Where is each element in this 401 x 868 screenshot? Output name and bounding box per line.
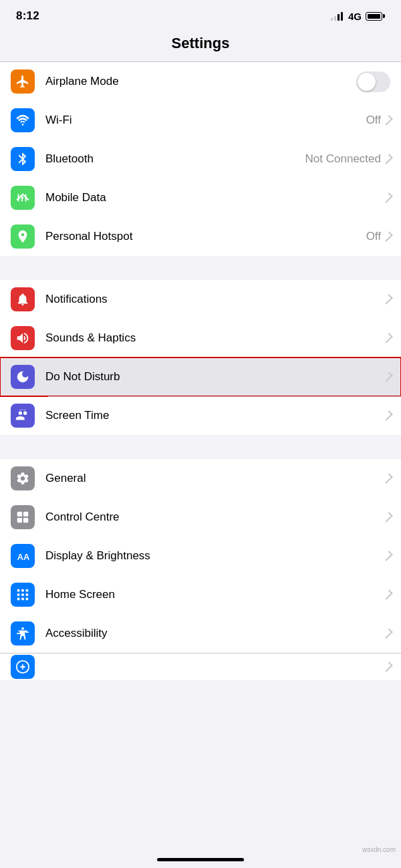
svg-rect-6 — [17, 518, 22, 523]
do-not-disturb-label: Do Not Disturb — [45, 370, 385, 384]
svg-rect-13 — [21, 593, 24, 596]
bluetooth-row[interactable]: Bluetooth Not Connected — [0, 140, 401, 178]
control-centre-row[interactable]: Control Centre — [0, 498, 401, 537]
personal-hotspot-row[interactable]: Personal Hotspot Off — [0, 217, 401, 256]
svg-rect-7 — [23, 518, 28, 523]
airplane-mode-toggle[interactable] — [356, 71, 390, 92]
sounds-haptics-row[interactable]: Sounds & Haptics — [0, 319, 401, 357]
watermark: wsxdn.com — [362, 846, 396, 853]
bluetooth-chevron — [382, 154, 393, 164]
svg-rect-12 — [17, 593, 20, 596]
wifi-label: Wi-Fi — [45, 114, 366, 127]
notifications-icon — [11, 287, 35, 311]
sounds-haptics-label: Sounds & Haptics — [45, 331, 385, 345]
svg-rect-11 — [26, 589, 29, 592]
sounds-haptics-icon — [11, 326, 35, 350]
screen-time-label: Screen Time — [45, 409, 385, 422]
more-group — [0, 653, 401, 680]
wifi-value: Off — [366, 114, 381, 127]
svg-rect-14 — [26, 593, 29, 596]
airplane-mode-row[interactable]: Airplane Mode — [0, 62, 401, 101]
connectivity-group: Airplane Mode Wi-Fi Off Bluetooth Not Co… — [0, 62, 401, 256]
airplane-mode-icon — [11, 69, 35, 94]
bluetooth-value: Not Connected — [305, 152, 381, 166]
bluetooth-label: Bluetooth — [45, 152, 305, 166]
accessibility-icon — [11, 621, 35, 645]
accessibility-row[interactable]: Accessibility — [0, 614, 401, 653]
notifications-group: Notifications Sounds & Haptics Do Not Di… — [0, 280, 401, 435]
mobile-data-row[interactable]: Mobile Data — [0, 178, 401, 217]
general-label: General — [45, 472, 385, 485]
mobile-data-label: Mobile Data — [45, 191, 385, 204]
svg-point-0 — [22, 124, 24, 126]
home-screen-label: Home Screen — [45, 588, 385, 601]
display-brightness-label: Display & Brightness — [45, 549, 385, 563]
page-title-text: Settings — [0, 35, 401, 52]
screen-time-row[interactable]: Screen Time — [0, 396, 401, 435]
network-label: 4G — [348, 11, 362, 22]
display-brightness-icon: AA — [11, 544, 35, 568]
status-time: 8:12 — [16, 9, 39, 23]
svg-rect-9 — [17, 589, 20, 592]
partial-icon — [11, 655, 35, 679]
personal-hotspot-icon — [11, 225, 35, 249]
home-screen-icon — [11, 583, 35, 607]
display-brightness-row[interactable]: AA Display & Brightness — [0, 537, 401, 575]
personal-hotspot-label: Personal Hotspot — [45, 230, 366, 243]
personal-hotspot-value: Off — [366, 230, 381, 243]
svg-rect-4 — [17, 512, 22, 517]
accessibility-label: Accessibility — [45, 627, 385, 640]
notifications-row[interactable]: Notifications — [0, 280, 401, 319]
do-not-disturb-row[interactable]: Do Not Disturb — [0, 357, 401, 396]
status-icons: 4G — [331, 11, 385, 22]
mobile-data-icon — [11, 186, 35, 210]
page-title: Settings — [0, 28, 401, 61]
general-icon — [11, 466, 35, 490]
home-indicator — [157, 858, 244, 861]
partial-row[interactable] — [0, 654, 401, 680]
svg-rect-17 — [26, 598, 29, 601]
status-bar: 8:12 4G — [0, 0, 401, 28]
svg-rect-10 — [21, 589, 24, 592]
svg-rect-15 — [17, 598, 20, 601]
wifi-icon — [11, 108, 35, 132]
signal-icon — [331, 11, 343, 21]
control-centre-label: Control Centre — [45, 511, 385, 524]
partial-chevron — [382, 662, 393, 672]
personal-hotspot-chevron — [382, 231, 393, 242]
wifi-row[interactable]: Wi-Fi Off — [0, 101, 401, 140]
svg-text:AA: AA — [17, 552, 30, 562]
airplane-mode-label: Airplane Mode — [45, 75, 356, 88]
wifi-chevron — [382, 115, 393, 126]
gap-1 — [0, 256, 401, 280]
system-group: General Control Centre AA Display & Brig… — [0, 459, 401, 653]
general-row[interactable]: General — [0, 459, 401, 498]
home-screen-row[interactable]: Home Screen — [0, 575, 401, 614]
bluetooth-icon — [11, 147, 35, 171]
battery-icon — [366, 12, 385, 21]
notifications-label: Notifications — [45, 293, 385, 306]
gap-2 — [0, 435, 401, 459]
do-not-disturb-icon — [11, 365, 35, 389]
svg-rect-16 — [21, 598, 24, 601]
svg-rect-5 — [23, 512, 28, 517]
control-centre-icon — [11, 505, 35, 529]
screen-time-icon — [11, 404, 35, 428]
